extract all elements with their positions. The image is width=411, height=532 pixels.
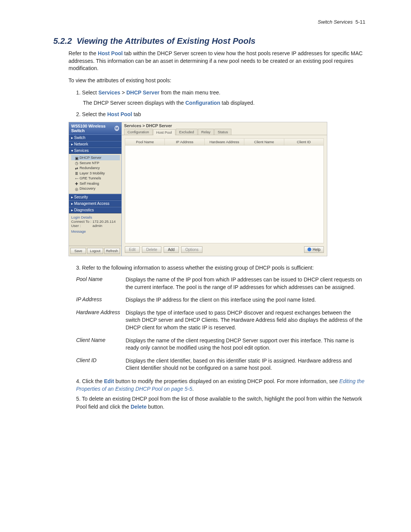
desc-row-ip: IP Address Displays the IP address for t…: [76, 296, 365, 304]
breadcrumb: Services > DHCP Server: [122, 122, 327, 128]
nav-gre-tunnels[interactable]: ⬳GRE Tunnels: [71, 176, 120, 181]
intro-paragraph: Refer to the Host Pool tab within the DH…: [68, 50, 365, 72]
edit-button[interactable]: Edit: [125, 246, 140, 253]
user-label: User :: [71, 224, 92, 228]
step-1-sub: The DHCP Server screen displays with the…: [83, 99, 365, 107]
intro-lead: To view the attributes of existing host …: [68, 77, 365, 85]
desc-row-pool-name: Pool Name Displays the name of the IP po…: [76, 276, 365, 291]
brand-badge-icon: M: [115, 126, 119, 131]
user-value: admin: [92, 224, 102, 228]
tab-host-pool[interactable]: Host Pool: [153, 129, 175, 135]
brand-title: WS5100 Wireless Switch: [71, 124, 115, 133]
login-title: Login Details: [71, 215, 119, 219]
def-pool-name: Displays the name of the IP pool from wh…: [126, 276, 365, 291]
col-ip-address[interactable]: IP Address: [165, 139, 204, 145]
add-button[interactable]: Add: [164, 246, 179, 253]
delete-button[interactable]: Delete: [142, 246, 161, 253]
sidebar: WS5100 Wireless Switch M ▸ Switch ▸ Netw…: [69, 122, 122, 256]
options-button[interactable]: Options: [181, 246, 202, 253]
step-3: 3. Refer to the following information to…: [76, 264, 365, 272]
menu-services: Services: [98, 89, 120, 96]
section-heading: 5.2.2 Viewing the Attributes of Existing…: [53, 36, 365, 46]
refresh-button[interactable]: Refresh: [104, 248, 120, 254]
step-2: 2. Select the Host Pool tab: [76, 110, 365, 118]
step-1: 1. Select Services > DHCP Server from th…: [76, 89, 365, 107]
col-client-name[interactable]: Client Name: [244, 139, 284, 145]
desc-row-client-id: Client ID Displays the client Identifier…: [76, 357, 365, 372]
help-button[interactable]: Help: [304, 246, 324, 253]
def-hw: Displays the type of interface used to p…: [126, 309, 365, 332]
section-title-text: Viewing the Attributes of Existing Host …: [76, 36, 255, 46]
logout-button[interactable]: Logout: [87, 248, 103, 254]
nav-redundancy[interactable]: ⇄Redundancy: [71, 165, 120, 170]
nav-services-children: ▣DHCP Server ◷Secure NTP ⇄Redundancy ≣La…: [69, 154, 121, 193]
main-panel: Services > DHCP Server Configuration Hos…: [122, 122, 327, 256]
def-ip: Displays the IP address for the client o…: [126, 296, 365, 304]
step-4: 4. Click the Edit button to modify the p…: [76, 377, 365, 393]
nav-services[interactable]: ▾ Services: [69, 147, 121, 154]
tab-status[interactable]: Status: [214, 129, 231, 135]
term-client-name: Client Name: [76, 337, 126, 352]
edit-term: Edit: [104, 378, 114, 384]
term-ip: IP Address: [76, 296, 126, 304]
clock-icon: ◷: [75, 161, 79, 165]
nav-mgmt-access[interactable]: ▸ Management Access: [69, 200, 121, 207]
term-pool-name: Pool Name: [76, 276, 126, 291]
menu-dhcp-server: DHCP Server: [126, 89, 159, 96]
nav-secure-ntp[interactable]: ◷Secure NTP: [71, 160, 120, 165]
nav-dhcp-server[interactable]: ▣DHCP Server: [71, 155, 120, 160]
description-table: Pool Name Displays the name of the IP po…: [76, 276, 365, 372]
server-icon: ▣: [75, 156, 79, 160]
grid-body-empty[interactable]: [125, 145, 323, 243]
header-title: Switch Services: [318, 19, 353, 25]
section-number: 5.2.2: [53, 36, 72, 46]
step-5: 5. To delete an existing DHCP pool from …: [76, 395, 365, 411]
tab-host-pool-term: Host Pool: [107, 111, 132, 117]
discovery-icon: ◎: [75, 187, 79, 191]
delete-term: Delete: [131, 404, 147, 410]
def-client-name: Displays the name of the client requesti…: [126, 337, 365, 352]
tab-configuration[interactable]: Configuration: [124, 129, 153, 135]
col-pool-name[interactable]: Pool Name: [125, 139, 165, 145]
help-icon: [307, 248, 311, 251]
layers-icon: ≣: [75, 171, 79, 175]
tab-excluded[interactable]: Excluded: [176, 129, 198, 135]
login-details: Login Details Connect To :172.20.25.114 …: [69, 213, 121, 246]
host-pool-term: Host Pool: [98, 50, 123, 56]
desc-row-client-name: Client Name Displays the name of the cli…: [76, 337, 365, 352]
message-label: Message: [71, 229, 119, 233]
sidebar-buttons: Save Logout Refresh: [69, 246, 121, 256]
tab-bar: Configuration Host Pool Excluded Relay S…: [122, 129, 327, 135]
nav-security[interactable]: ▸ Security: [69, 194, 121, 200]
grid-header: Pool Name IP Address Hardware Address Cl…: [125, 139, 323, 145]
header-page: 5-11: [355, 19, 365, 25]
tab-configuration-term: Configuration: [185, 100, 220, 106]
term-client-id: Client ID: [76, 357, 126, 372]
tab-relay[interactable]: Relay: [198, 129, 214, 135]
connect-label: Connect To :: [71, 219, 92, 224]
brand-bar: WS5100 Wireless Switch M: [69, 122, 121, 134]
def-client-id: Displays the client Identifier, based on…: [126, 357, 365, 372]
tunnel-icon: ⬳: [75, 177, 79, 181]
nav-switch[interactable]: ▸ Switch: [69, 134, 121, 141]
app-screenshot: WS5100 Wireless Switch M ▸ Switch ▸ Netw…: [68, 122, 327, 256]
col-client-id[interactable]: Client ID: [284, 139, 323, 145]
nav-diagnostics[interactable]: ▸ Diagnostics: [69, 207, 121, 213]
action-bar: Edit Delete Add Options Help: [125, 246, 324, 253]
term-hw: Hardware Address: [76, 309, 126, 332]
connect-value: 172.20.25.114: [92, 219, 116, 224]
nav-discovery[interactable]: ◎Discovery: [71, 186, 120, 191]
save-button[interactable]: Save: [70, 248, 86, 254]
redundancy-icon: ⇄: [75, 166, 79, 170]
col-hardware-address[interactable]: Hardware Address: [205, 139, 244, 145]
desc-row-hw: Hardware Address Displays the type of in…: [76, 309, 365, 332]
nav-network[interactable]: ▸ Network: [69, 141, 121, 147]
nav-self-healing[interactable]: ✚Self Healing: [71, 181, 120, 186]
heal-icon: ✚: [75, 182, 79, 185]
host-pool-grid: Pool Name IP Address Hardware Address Cl…: [125, 138, 324, 243]
nav-layer3[interactable]: ≣Layer 3 Mobility: [71, 171, 120, 176]
page-header: Switch Services 5-11: [53, 19, 365, 25]
